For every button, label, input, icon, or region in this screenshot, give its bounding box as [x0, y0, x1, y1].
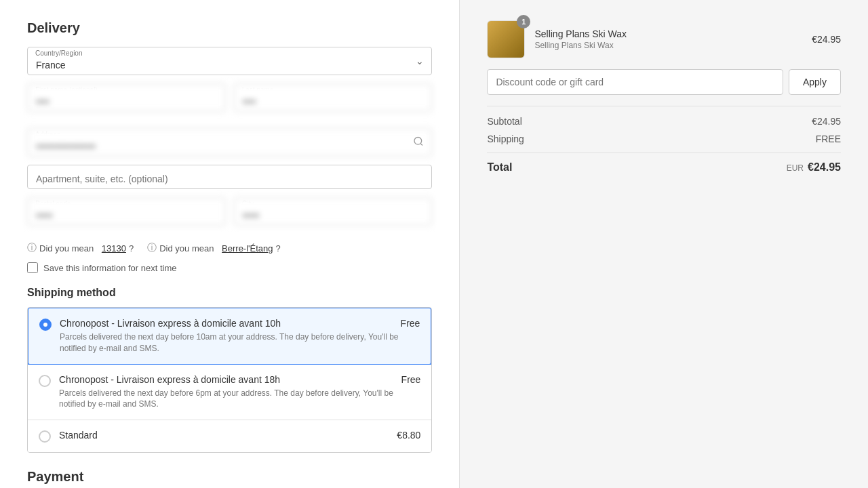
- product-name: Selling Plans Ski Wax: [534, 28, 812, 39]
- shipping-option-2-name: Standard: [59, 430, 98, 441]
- shipping-option-0-price: Free: [401, 318, 420, 329]
- total-label: Total: [487, 161, 512, 174]
- shipping-option-0-content: Chronopost - Livraison express à domicil…: [60, 318, 420, 354]
- postal-city-row: Postal code City: [27, 197, 432, 234]
- shipping-value: FREE: [816, 134, 841, 144]
- shipping-option-0-name: Chronopost - Livraison express à domicil…: [60, 318, 281, 329]
- order-summary: Subtotal €24.95 Shipping FREE Total EUR …: [487, 106, 841, 174]
- city-did-you-mean-text: Did you mean: [159, 243, 214, 253]
- product-price: €24.95: [812, 34, 841, 45]
- discount-row: Apply: [487, 69, 841, 95]
- postal-suggestion: ⓘ Did you mean 13130?: [27, 242, 134, 254]
- shipping-radio-2: [39, 430, 51, 443]
- total-currency: EUR: [787, 163, 804, 173]
- product-variant: Selling Plans Ski Wax: [534, 41, 812, 50]
- left-panel: Delivery Country/Region France ⌄ First n…: [0, 0, 460, 488]
- shipping-option-0[interactable]: Chronopost - Livraison express à domicil…: [27, 307, 432, 365]
- city-field[interactable]: City: [234, 197, 433, 226]
- shipping-radio-0: [39, 319, 52, 331]
- shipping-label: Shipping: [487, 134, 524, 144]
- country-select[interactable]: France: [27, 47, 432, 75]
- postal-suggestion-link[interactable]: 13130: [102, 243, 126, 253]
- country-region-field[interactable]: Country/Region France ⌄: [27, 47, 432, 75]
- shipping-options-list: Chronopost - Livraison express à domicil…: [27, 307, 432, 453]
- apartment-field[interactable]: [27, 165, 432, 189]
- shipping-option-1-price: Free: [401, 374, 421, 385]
- payment-title: Payment: [27, 469, 432, 485]
- last-name-input[interactable]: [234, 83, 433, 112]
- name-row: First name (optional) Last name: [27, 83, 432, 120]
- save-info-checkbox[interactable]: [27, 262, 38, 273]
- shipping-radio-1: [39, 375, 51, 387]
- right-panel: 1 Selling Plans Ski Wax Selling Plans Sk…: [460, 0, 868, 488]
- product-image-wrap: 1: [487, 20, 525, 58]
- product-info: Selling Plans Ski Wax Selling Plans Ski …: [534, 28, 812, 50]
- info-icon-city: ⓘ: [147, 242, 157, 254]
- city-suggestion: ⓘ Did you mean Berre-l'Étang?: [147, 242, 281, 254]
- apply-button[interactable]: Apply: [789, 69, 841, 95]
- apartment-input[interactable]: [27, 165, 432, 189]
- shipping-option-1-name: Chronopost - Livraison express à domicil…: [59, 374, 280, 385]
- city-input[interactable]: [234, 197, 433, 226]
- first-name-field[interactable]: First name (optional): [27, 83, 226, 112]
- shipping-option-1-desc: Parcels delivered the next day before 6p…: [59, 388, 420, 411]
- shipping-option-1[interactable]: Chronopost - Livraison express à domicil…: [28, 365, 431, 421]
- shipping-option-1-top: Chronopost - Livraison express à domicil…: [59, 374, 420, 385]
- shipping-method-title: Shipping method: [27, 287, 432, 299]
- postal-code-field[interactable]: Postal code: [27, 197, 226, 226]
- shipping-option-2-top: Standard €8.80: [59, 430, 420, 441]
- save-info-row: Save this information for next time: [27, 262, 432, 273]
- discount-input[interactable]: [487, 69, 783, 95]
- subtotal-value: €24.95: [812, 116, 841, 127]
- shipping-option-0-top: Chronopost - Livraison express à domicil…: [60, 318, 420, 329]
- shipping-option-2[interactable]: Standard €8.80: [28, 420, 431, 452]
- subtotal-row: Subtotal €24.95: [487, 116, 841, 127]
- address-field[interactable]: Address: [27, 128, 432, 157]
- address-input[interactable]: [27, 128, 432, 157]
- shipping-option-2-content: Standard €8.80: [59, 430, 420, 441]
- shipping-option-1-content: Chronopost - Livraison express à domicil…: [59, 374, 420, 411]
- first-name-input[interactable]: [27, 83, 226, 112]
- total-right: EUR €24.95: [787, 161, 841, 174]
- subtotal-label: Subtotal: [487, 116, 521, 127]
- postal-code-input[interactable]: [27, 197, 226, 226]
- shipping-row: Shipping FREE: [487, 134, 841, 144]
- save-info-label: Save this information for next time: [43, 263, 177, 273]
- delivery-title: Delivery: [27, 20, 432, 36]
- city-suggestion-link[interactable]: Berre-l'Étang: [222, 243, 273, 253]
- address-suggestions: ⓘ Did you mean 13130? ⓘ Did you mean Ber…: [27, 242, 432, 254]
- shipping-option-0-desc: Parcels delivered the next day before 10…: [60, 331, 420, 354]
- product-item: 1 Selling Plans Ski Wax Selling Plans Sk…: [487, 20, 841, 58]
- total-row: Total EUR €24.95: [487, 152, 841, 174]
- info-icon-postal: ⓘ: [27, 242, 37, 254]
- shipping-option-2-price: €8.80: [397, 430, 420, 441]
- postal-did-you-mean-text: Did you mean: [39, 243, 94, 253]
- product-quantity-badge: 1: [517, 15, 530, 28]
- total-value: €24.95: [808, 161, 841, 174]
- last-name-field[interactable]: Last name: [234, 83, 433, 112]
